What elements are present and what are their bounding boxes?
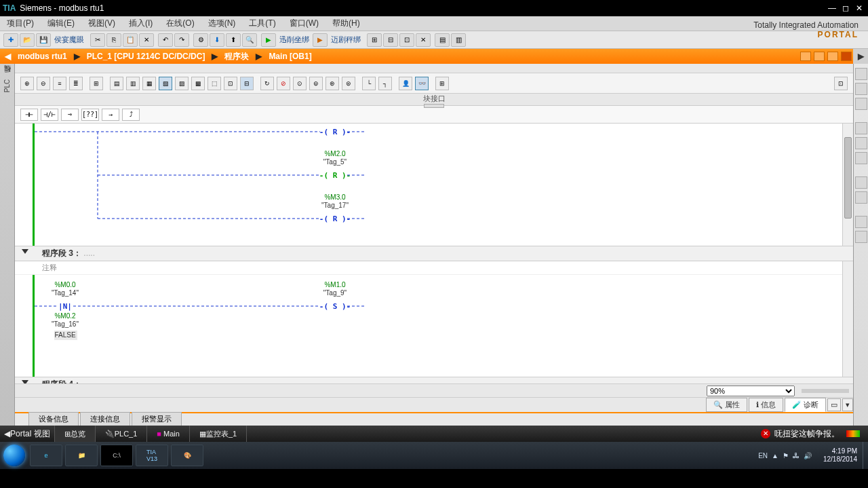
lt-icon-2[interactable]: ⊖ bbox=[37, 77, 50, 90]
lt-icon-12[interactable]: ⬚ bbox=[208, 77, 221, 90]
collapse-triangle-icon[interactable] bbox=[22, 249, 28, 254]
lt-icon-22[interactable]: ┐ bbox=[378, 77, 392, 90]
save-icon[interactable]: 💾 bbox=[36, 33, 51, 47]
lt-icon-25[interactable]: ⊞ bbox=[435, 77, 449, 90]
lt-icon-14[interactable]: ⊟ bbox=[240, 77, 254, 90]
close-button[interactable]: ✕ bbox=[853, 3, 865, 13]
delete-icon[interactable]: ✕ bbox=[139, 33, 154, 47]
network-3-comment[interactable]: 注释 bbox=[15, 261, 853, 275]
lt-icon-11[interactable]: ▩ bbox=[191, 77, 205, 90]
tray-up-icon[interactable]: ▲ bbox=[772, 452, 778, 459]
branch-close-icon[interactable]: ⤴ bbox=[122, 109, 140, 121]
cut-icon[interactable]: ✂ bbox=[90, 33, 105, 47]
lt-icon-21[interactable]: └ bbox=[362, 77, 376, 90]
paste-icon[interactable]: 📋 bbox=[123, 33, 138, 47]
lt-icon-15[interactable]: ↻ bbox=[260, 77, 274, 90]
system-tray[interactable]: EN ▲ ⚑ 🖧 🔊 bbox=[752, 452, 818, 459]
portal-view-button[interactable]: ◀ Portal 视图 bbox=[0, 426, 55, 442]
crumb-main[interactable]: Main [OB1] bbox=[266, 52, 314, 61]
task-tia-icon[interactable]: TIAV13 bbox=[136, 445, 168, 466]
inspector-layout-icon[interactable]: ▭ bbox=[827, 398, 841, 411]
tray-vol-icon[interactable]: 🔊 bbox=[804, 452, 812, 459]
task-cmd-icon[interactable]: C:\ bbox=[100, 445, 133, 466]
upload-icon[interactable]: ⬆ bbox=[226, 33, 241, 47]
lt-icon-10[interactable]: ▨ bbox=[175, 77, 189, 90]
start-button[interactable] bbox=[0, 442, 28, 469]
menu-online[interactable]: 在线(O) bbox=[159, 18, 201, 29]
rg-icon-1[interactable] bbox=[855, 68, 867, 80]
editor-maximize-button[interactable] bbox=[827, 52, 838, 61]
diag-device-info[interactable]: 设备信息 bbox=[28, 412, 79, 426]
network-4-header[interactable]: 程序段 4： bbox=[15, 377, 853, 383]
show-desktop-button[interactable] bbox=[863, 442, 868, 469]
lt-icon-4[interactable]: ≣ bbox=[69, 77, 83, 90]
rg-icon-6[interactable] bbox=[855, 152, 867, 164]
lt-icon-18[interactable]: ⊚ bbox=[309, 77, 323, 90]
tray-lang[interactable]: EN bbox=[758, 452, 768, 459]
undo-icon[interactable]: ↶ bbox=[158, 33, 173, 47]
breadcrumb-forward-icon[interactable]: ▶ bbox=[853, 49, 868, 64]
taskbar-clock[interactable]: 4:19 PM 12/18/2014 bbox=[818, 447, 863, 464]
menu-insert[interactable]: 插入(I) bbox=[122, 18, 159, 29]
menu-edit[interactable]: 编辑(E) bbox=[41, 18, 81, 29]
rg-icon-2[interactable] bbox=[855, 83, 867, 95]
editor-restore-button[interactable] bbox=[814, 52, 825, 61]
lt-icon-20[interactable]: ⊜ bbox=[342, 77, 355, 90]
editor-close-button[interactable] bbox=[841, 52, 852, 61]
maximize-button[interactable]: ◻ bbox=[840, 3, 852, 13]
new-project-icon[interactable]: ✚ bbox=[3, 33, 18, 47]
splitter-grip[interactable] bbox=[424, 104, 444, 108]
box-icon[interactable]: [??] bbox=[81, 109, 99, 121]
rg-icon-9[interactable] bbox=[855, 216, 867, 228]
lt-icon-13[interactable]: ⊡ bbox=[224, 77, 237, 90]
status-tab-overview[interactable]: ⊞ 总览 bbox=[55, 426, 96, 442]
nc-contact-icon[interactable]: ⊣/⊢ bbox=[41, 109, 58, 121]
status-tab-main[interactable]: ■ Main bbox=[147, 426, 190, 442]
branch-icon[interactable]: → bbox=[102, 109, 119, 121]
crumb-project[interactable]: modbus rtu1 bbox=[15, 52, 70, 61]
tab-diagnostics[interactable]: 🧪 诊断 bbox=[785, 398, 826, 412]
tb-icon-1[interactable]: ⊞ bbox=[367, 33, 382, 47]
tb-icon-3[interactable]: ⊡ bbox=[399, 33, 414, 47]
split-v-icon[interactable]: ▥ bbox=[451, 33, 466, 47]
tb-icon-2[interactable]: ⊟ bbox=[383, 33, 398, 47]
rg-icon-3[interactable] bbox=[855, 98, 867, 110]
minimize-button[interactable]: — bbox=[826, 3, 838, 13]
lt-icon-23[interactable]: 👤 bbox=[399, 77, 412, 90]
lt-icon-expand[interactable]: ⊡ bbox=[834, 77, 848, 90]
breadcrumb-back-icon[interactable]: ◀ bbox=[0, 52, 15, 61]
split-h-icon[interactable]: ▤ bbox=[435, 33, 450, 47]
lt-icon-16[interactable]: ⊘ bbox=[277, 77, 290, 90]
editor-minimize-button[interactable] bbox=[800, 52, 811, 61]
task-explorer-icon[interactable]: 📁 bbox=[65, 445, 98, 466]
lt-icon-5[interactable]: ⊞ bbox=[90, 77, 103, 90]
lt-icon-8[interactable]: ▦ bbox=[142, 77, 156, 90]
lt-icon-9[interactable]: ▧ bbox=[159, 77, 172, 90]
tray-action-icon[interactable]: ⚑ bbox=[783, 452, 789, 459]
zoom-slider[interactable] bbox=[802, 389, 849, 393]
lt-icon-24[interactable]: 👓 bbox=[415, 77, 429, 90]
copy-icon[interactable]: ⎘ bbox=[106, 33, 121, 47]
coil-icon[interactable]: ⊸ bbox=[61, 109, 79, 121]
tb-icon-4[interactable]: ✕ bbox=[416, 33, 431, 47]
rg-icon-8[interactable] bbox=[855, 191, 867, 204]
lt-icon-6[interactable]: ▤ bbox=[110, 77, 123, 90]
left-gutter[interactable]: PLC 编程 bbox=[0, 64, 15, 426]
menu-window[interactable]: 窗口(W) bbox=[283, 18, 326, 29]
rg-icon-4[interactable] bbox=[855, 122, 867, 134]
menu-options[interactable]: 选项(N) bbox=[201, 18, 243, 29]
compile-icon[interactable]: ⚙ bbox=[193, 33, 208, 47]
status-tab-plc[interactable]: 🔌 PLC_1 bbox=[96, 426, 148, 442]
tray-net-icon[interactable]: 🖧 bbox=[793, 452, 800, 459]
task-paint-icon[interactable]: 🎨 bbox=[171, 445, 203, 466]
rg-icon-7[interactable] bbox=[855, 176, 867, 189]
search-icon[interactable]: 🔍 bbox=[242, 33, 257, 47]
diag-connection-info[interactable]: 连接信息 bbox=[80, 412, 130, 426]
task-ie-icon[interactable]: e bbox=[30, 445, 62, 466]
rg-icon-10[interactable] bbox=[855, 231, 867, 243]
tab-info[interactable]: ℹ 信息 bbox=[749, 398, 783, 412]
diag-alarm[interactable]: 报警显示 bbox=[132, 412, 182, 426]
no-contact-icon[interactable]: ⊣⊢ bbox=[20, 109, 38, 121]
menu-project[interactable]: 项目(P) bbox=[0, 18, 41, 29]
block-interface-header[interactable]: 块接口 bbox=[15, 94, 853, 106]
